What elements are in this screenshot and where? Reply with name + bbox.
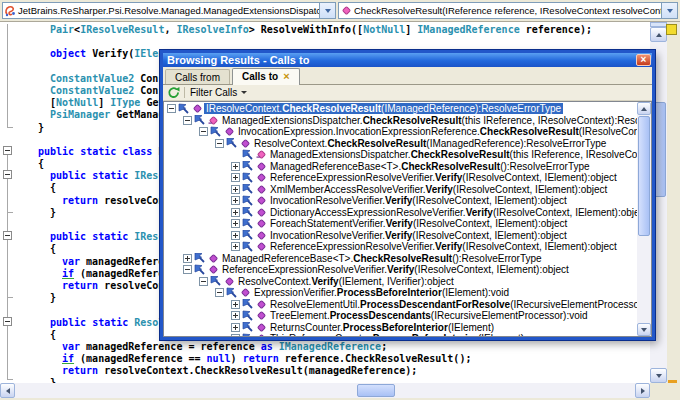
tree-vertical-scrollbar[interactable] <box>637 102 651 336</box>
editor-horizontal-scrollbar[interactable] <box>0 383 650 398</box>
collapse-region-icon[interactable] <box>3 170 12 179</box>
tree-row[interactable]: ManagedReferenceBase<T>.CheckResolveResu… <box>164 253 637 265</box>
expand-icon[interactable] <box>231 162 240 171</box>
call-arrow-icon <box>242 299 254 310</box>
tree-row-label: ReturnsCounter.ProcessBeforeInterior(IEl… <box>268 322 496 333</box>
method-icon <box>255 218 267 229</box>
editor-splitter-handle[interactable] <box>650 22 667 27</box>
tree-row[interactable]: ManagedExtensionsDispatcher.CheckResolve… <box>164 149 637 161</box>
method-icon <box>255 207 267 218</box>
tab-calls-from[interactable]: Calls from <box>165 69 230 84</box>
expand-icon[interactable] <box>231 300 240 309</box>
expand-icon[interactable] <box>231 219 240 228</box>
expand-icon[interactable] <box>231 208 240 217</box>
method-icon <box>255 299 267 310</box>
scroll-down-button[interactable] <box>650 368 667 383</box>
tree-row[interactable]: ResolveContext.CheckResolveResult(IManag… <box>164 138 637 150</box>
refresh-icon <box>167 86 180 99</box>
scroll-up-button[interactable] <box>637 102 651 115</box>
scroll-up-button[interactable] <box>650 27 667 42</box>
expand-icon[interactable] <box>231 231 240 240</box>
expand-icon[interactable] <box>231 185 240 194</box>
tree-row-label: ManagedExtensionsDispatcher.CheckResolve… <box>220 115 637 126</box>
scroll-left-button[interactable] <box>0 383 15 398</box>
member-dropdown-value: CheckResolveResult(IReference reference,… <box>353 5 661 16</box>
tree-row-label: ReferenceExpressionResolveVerifier.Verif… <box>268 241 619 252</box>
refresh-button[interactable] <box>167 86 180 99</box>
tree-row[interactable]: ReferenceExpressionResolveVerifier.Verif… <box>164 264 637 276</box>
filter-calls-dropdown[interactable]: Filter Calls <box>190 87 237 98</box>
tree-row-label: ManagedReferenceBase<T>.CheckResolveResu… <box>220 253 544 264</box>
collapse-icon[interactable] <box>183 116 192 125</box>
call-arrow-icon <box>242 195 254 206</box>
tab-close-icon[interactable]: × <box>283 71 289 82</box>
member-dropdown[interactable]: CheckResolveResult(IReference reference,… <box>338 2 678 19</box>
collapse-icon[interactable] <box>199 127 208 136</box>
tree-row-label: TreeElement.ProcessDescendants(IRecursiv… <box>268 310 590 321</box>
scroll-thumb[interactable] <box>357 384 395 397</box>
tab-strip: Calls from Calls to × <box>163 67 652 85</box>
tree-row[interactable]: InvocationResolveVerifier.Verify(IResolv… <box>164 230 637 242</box>
tree-row[interactable]: DictionaryAccessExpressionResolveVerifie… <box>164 207 637 219</box>
collapse-region-icon[interactable] <box>3 231 12 240</box>
tree-row-label: InvocationResolveVerifier.Verify(IResolv… <box>268 195 569 206</box>
tree-row[interactable]: XmlMemberAccessResolveVerifier.Verify(IR… <box>164 184 637 196</box>
tree-row[interactable]: TreeElement.ProcessDescendants(IRecursiv… <box>164 310 637 322</box>
tree-row[interactable]: ManagedExtensionsDispatcher.CheckResolve… <box>164 115 637 127</box>
resharper-marker[interactable] <box>668 380 677 383</box>
collapse-icon[interactable] <box>215 139 224 148</box>
expand-icon[interactable] <box>231 242 240 251</box>
tab-label: Calls to <box>242 71 278 82</box>
call-arrow-icon <box>226 287 238 298</box>
close-button[interactable]: × <box>636 54 651 66</box>
type-dropdown-arrow-button[interactable] <box>319 3 335 18</box>
tab-calls-to[interactable]: Calls to × <box>232 68 300 85</box>
member-dropdown-arrow-button[interactable] <box>661 3 677 18</box>
call-arrow-icon <box>242 230 254 241</box>
tree-row[interactable]: ResolveElementUtil.ProcessDescendantForR… <box>164 299 637 311</box>
tree-row[interactable]: IResolveContext.CheckResolveResult(IMana… <box>164 103 637 115</box>
window-title-bar[interactable]: Browsing Results - Calls to × <box>163 53 652 67</box>
tree-row[interactable]: ResolveContext.Verify(IElement, IVerifie… <box>164 276 637 288</box>
chevron-down-icon[interactable] <box>241 91 247 94</box>
tree-row[interactable]: ReferenceExpressionResolveVerifier.Verif… <box>164 172 637 184</box>
expand-icon[interactable] <box>183 254 192 263</box>
call-tree-panel: IResolveContext.CheckResolveResult(IMana… <box>163 101 652 337</box>
arrow-up-icon <box>656 33 662 37</box>
scroll-down-button[interactable] <box>637 323 651 336</box>
tree-row[interactable]: ManagedReferenceBase<T>.CheckResolveResu… <box>164 161 637 173</box>
method-icon <box>223 126 235 137</box>
extension-method-icon <box>255 149 267 160</box>
expand-icon[interactable] <box>231 311 240 320</box>
expand-icon[interactable] <box>231 334 240 336</box>
collapse-icon[interactable] <box>199 277 208 286</box>
resharper-status-indicator[interactable] <box>666 24 677 35</box>
tree-row[interactable]: ThisReferenceCounter.ProcessBeforeInteri… <box>164 333 637 336</box>
tree-row[interactable]: ForeachStatementVerifier.Verify(IResolve… <box>164 218 637 230</box>
type-dropdown[interactable]: JetBrains.ReSharper.Psi.Resolve.Managed.… <box>2 2 336 19</box>
collapse-icon[interactable] <box>183 265 192 274</box>
close-icon: × <box>641 54 647 65</box>
tree-row[interactable]: ExpressionVerifier.ProcessBeforeInterior… <box>164 287 637 299</box>
call-arrow-icon <box>242 310 254 321</box>
extension-method-icon <box>207 115 219 126</box>
tree-row-label: ForeachStatementVerifier.Verify(IResolve… <box>268 218 569 229</box>
collapse-icon[interactable] <box>167 104 176 113</box>
scroll-thumb[interactable] <box>638 116 650 236</box>
tree-row[interactable]: ReferenceExpressionResolveVerifier.Verif… <box>164 241 637 253</box>
tree-row[interactable]: ReturnsCounter.ProcessBeforeInterior(IEl… <box>164 322 637 334</box>
expand-icon[interactable] <box>231 173 240 182</box>
tree-row[interactable]: InvocationResolveVerifier.Verify(IResolv… <box>164 195 637 207</box>
type-dropdown-value: JetBrains.ReSharper.Psi.Resolve.Managed.… <box>17 5 319 16</box>
expand-icon[interactable] <box>231 323 240 332</box>
tree-row[interactable]: InvocationExpression.InvocationExpressio… <box>164 126 637 138</box>
call-arrow-icon <box>210 126 222 137</box>
collapse-region-icon[interactable] <box>3 317 12 326</box>
window-title: Browsing Results - Calls to <box>167 54 309 66</box>
call-arrow-icon <box>242 172 254 183</box>
call-arrow-icon <box>226 138 238 149</box>
expand-icon[interactable] <box>231 196 240 205</box>
collapse-icon[interactable] <box>215 288 224 297</box>
collapse-region-icon[interactable] <box>3 146 12 155</box>
scroll-right-button[interactable] <box>635 383 650 398</box>
